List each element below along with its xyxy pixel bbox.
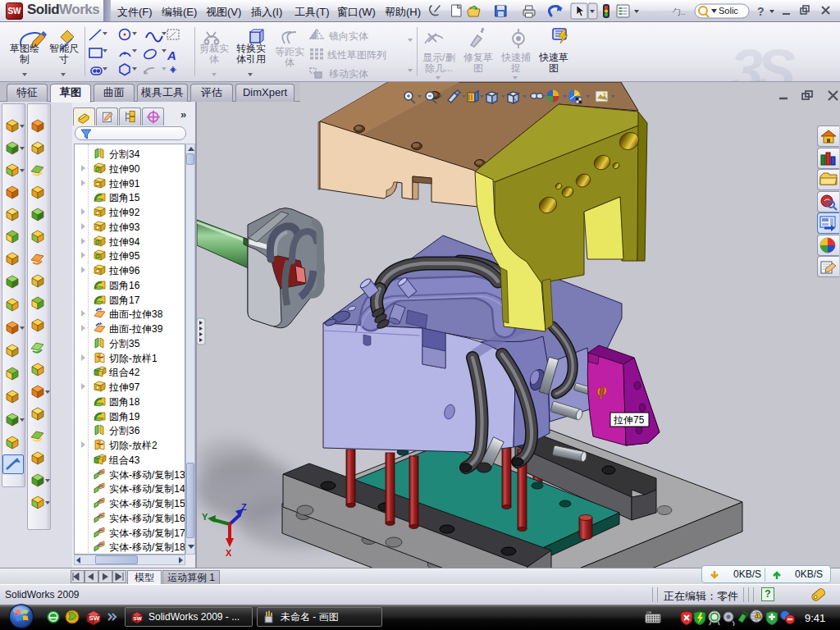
svg-text:Solic: Solic: [719, 6, 738, 16]
svg-text:勹..: 勹..: [673, 7, 686, 16]
svg-text:SW: SW: [134, 615, 142, 621]
svg-text:!: !: [757, 614, 759, 619]
svg-text:CH: CH: [646, 610, 651, 614]
svg-text:?: ?: [757, 5, 765, 18]
svg-text:A: A: [167, 48, 176, 62]
svg-text:9:41: 9:41: [805, 612, 825, 624]
svg-text:X: X: [226, 548, 232, 558]
svg-text:拉伸75: 拉伸75: [613, 414, 645, 426]
svg-text:Z: Z: [241, 502, 247, 512]
svg-text:Y: Y: [202, 512, 208, 522]
svg-text:φ: φ: [597, 381, 607, 399]
svg-text:SW: SW: [89, 614, 100, 622]
